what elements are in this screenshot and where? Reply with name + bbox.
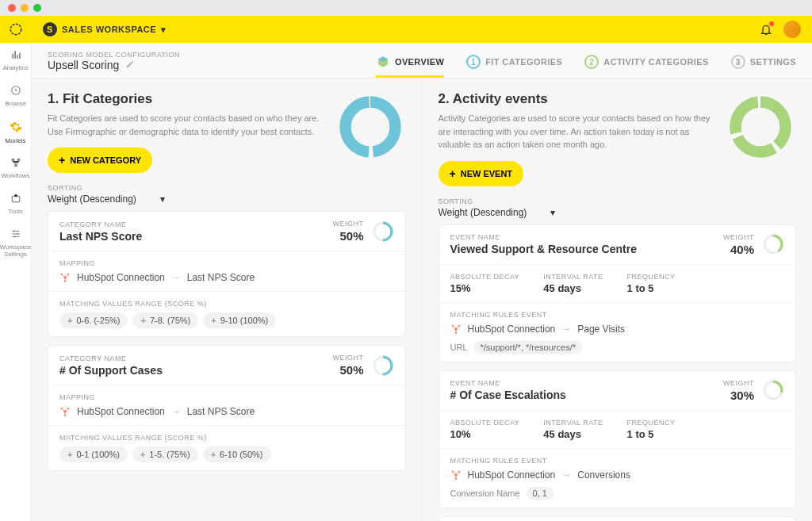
close-window-button[interactable] (8, 4, 16, 12)
activity-event-card[interactable]: EVENT NAME # Of Case Escalations WEIGHT … (439, 370, 797, 508)
freq-label: FREQUENCY (627, 419, 676, 427)
edit-title-button[interactable] (125, 59, 135, 71)
arrow-right-icon: → (561, 324, 571, 335)
svg-rect-4 (14, 164, 17, 167)
activity-event-card[interactable]: EVENT NAME Attended Customer Webinar WEI… (439, 516, 797, 522)
svg-rect-5 (12, 197, 19, 202)
notifications-button[interactable] (756, 20, 776, 39)
sidebar-item-analytics[interactable]: Analytics (0, 43, 32, 79)
tab-overview[interactable]: OVERVIEW (376, 55, 444, 78)
svg-rect-2 (11, 159, 14, 162)
weight-value: 50% (333, 229, 364, 243)
fit-category-card[interactable]: CATEGORY NAME Last NPS Score WEIGHT 50% (48, 211, 406, 337)
tab-fit-categories[interactable]: 1 FIT CATEGORIES (466, 55, 562, 78)
button-label: NEW CATEGORY (70, 155, 141, 165)
fit-categories-column: 1. Fit Categories Fit Categories are use… (32, 79, 422, 521)
event-name: Viewed Support & Resource Centre (450, 243, 724, 255)
sidebar-item-models[interactable]: Models (0, 114, 32, 151)
event-name: # Of Case Escalations (450, 389, 724, 401)
tab-settings[interactable]: 3 SETTINGS (731, 55, 796, 78)
weight-label: WEIGHT (333, 354, 364, 362)
mapping-source: HubSpot Connection (77, 406, 165, 417)
plus-icon: + (67, 316, 72, 325)
category-name-label: CATEGORY NAME (59, 354, 333, 362)
range-value: 0-6. (-25%) (76, 316, 120, 325)
range-pill[interactable]: +7-8. (75%) (132, 312, 198, 328)
svg-point-22 (736, 102, 786, 152)
category-name-label: CATEGORY NAME (59, 220, 333, 228)
freq-value: 1 to 5 (627, 428, 676, 440)
fit-weight-donut (335, 91, 406, 163)
weight-label: WEIGHT (333, 220, 364, 228)
category-name: # Of Support Cases (59, 364, 333, 377)
decay-value: 10% (450, 428, 520, 440)
tab-label: OVERVIEW (395, 57, 444, 67)
activity-event-card[interactable]: EVENT NAME Viewed Support & Resource Cen… (439, 224, 797, 362)
new-category-button[interactable]: + NEW CATEGORY (48, 147, 152, 173)
model-config-label: SCORING MODEL CONFIGURATION (48, 51, 376, 59)
weight-label: WEIGHT (723, 233, 754, 241)
new-event-button[interactable]: + NEW EVENT (439, 161, 524, 186)
minimize-window-button[interactable] (21, 4, 29, 12)
weight-value: 30% (723, 389, 754, 402)
event-name-label: EVENT NAME (450, 233, 724, 241)
mapping-label: MAPPING (59, 259, 394, 267)
range-value: 6-10 (50%) (220, 450, 262, 459)
logo-icon (9, 22, 23, 36)
tab-label: ACTIVITY CATEGORIES (603, 57, 708, 67)
category-name: Last NPS Score (59, 230, 333, 243)
user-avatar[interactable] (783, 21, 801, 38)
plus-icon: + (140, 316, 145, 325)
interval-label: INTERVAL RATE (543, 273, 603, 281)
freq-value: 1 to 5 (627, 282, 676, 294)
toolbox-icon (10, 193, 21, 206)
workspace-selector[interactable]: S SALES WORKSPACE ▾ (43, 22, 167, 36)
subheader: SCORING MODEL CONFIGURATION Upsell Scori… (32, 43, 812, 79)
activity-sorting-select[interactable]: Weight (Descending) ▾ (439, 207, 797, 218)
weight-ring-icon (762, 233, 784, 255)
svg-point-6 (13, 230, 14, 232)
step-2-icon: 2 (584, 55, 599, 69)
svg-rect-3 (17, 159, 20, 162)
window-chrome (0, 0, 812, 16)
notification-dot (769, 21, 774, 26)
chevron-down-icon: ▾ (161, 25, 167, 35)
pencil-icon (125, 59, 135, 69)
range-label: MATCHING VALUES RANGE (SCORE %) (59, 300, 394, 308)
tab-activity-categories[interactable]: 2 ACTIVITY CATEGORIES (584, 55, 708, 78)
fit-sorting-select[interactable]: Weight (Descending) ▾ (48, 193, 406, 205)
button-label: NEW EVENT (461, 169, 512, 178)
plus-icon: + (450, 167, 456, 180)
rules-row: HubSpot Connection → Page Visits (450, 324, 785, 335)
svg-point-9 (345, 102, 395, 152)
sorting-value: Weight (Descending) (439, 207, 527, 218)
mapping-label: MAPPING (59, 393, 394, 401)
activity-events-column: 2. Activity events Activity Categories a… (422, 79, 813, 521)
mapping-source: HubSpot Connection (77, 272, 165, 283)
range-pill[interactable]: +1-5. (75%) (132, 446, 198, 462)
weight-ring-icon (372, 220, 394, 243)
sidebar-item-workspace-settings[interactable]: Workspace Settings (0, 222, 32, 265)
gear-icon (10, 121, 22, 136)
sidebar-item-browse[interactable]: Browse (0, 79, 32, 114)
fit-category-card[interactable]: CATEGORY NAME # Of Support Cases WEIGHT … (48, 345, 406, 471)
sidebar: Analytics Browse Models Workflows Tools (0, 16, 32, 521)
range-pill[interactable]: +0-1 (100%) (59, 446, 128, 462)
maximize-window-button[interactable] (33, 4, 41, 12)
range-pill[interactable]: +6-10 (50%) (203, 446, 271, 462)
sidebar-item-tools[interactable]: Tools (0, 186, 32, 222)
topbar: S SALES WORKSPACE ▾ (32, 16, 812, 43)
sidebar-item-workflows[interactable]: Workflows (0, 151, 32, 186)
range-value: 1-5. (75%) (149, 450, 190, 459)
activity-section-title: 2. Activity events (439, 91, 713, 107)
workflow-icon (10, 157, 21, 170)
range-pill[interactable]: +0-6. (-25%) (59, 312, 128, 328)
sidebar-item-label: Tools (8, 209, 23, 216)
app-logo[interactable] (0, 16, 32, 43)
hubspot-icon (450, 324, 462, 335)
mapping-target: Last NPS Score (187, 406, 255, 417)
weight-value: 40% (723, 243, 754, 256)
range-pill[interactable]: +9-10 (100%) (203, 312, 276, 328)
mapping-target: Last NPS Score (187, 272, 255, 283)
rules-source: HubSpot Connection (468, 469, 556, 481)
